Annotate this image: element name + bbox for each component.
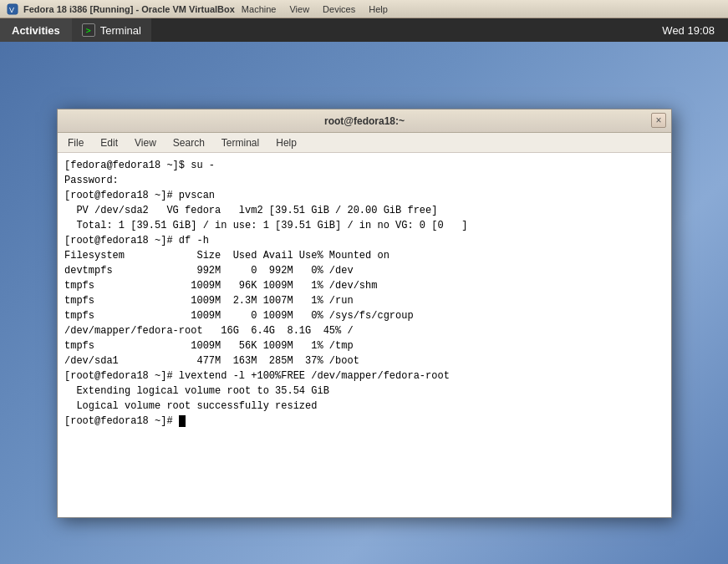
terminal-menu-terminal[interactable]: Terminal [215, 135, 266, 150]
vbox-icon: V [7, 3, 18, 15]
terminal-window: root@fedora18:~ × File Edit View Search … [57, 109, 672, 518]
vbox-menu-view[interactable]: View [289, 4, 309, 14]
terminal-tab-label: Terminal [100, 24, 141, 37]
terminal-taskbar-item[interactable]: Terminal [72, 18, 151, 42]
terminal-output: [fedora@fedora18 ~]$ su - Password: [roo… [64, 158, 664, 429]
terminal-icon [82, 23, 95, 37]
vbox-title: Fedora 18 i386 [Running] - Oracle VM Vir… [23, 4, 235, 14]
svg-text:V: V [9, 6, 14, 14]
terminal-titlebar: root@fedora18:~ × [58, 109, 671, 133]
desktop: V Fedora 18 i386 [Running] - Oracle VM V… [0, 0, 728, 564]
vbox-menu-devices[interactable]: Devices [323, 4, 355, 14]
terminal-menu-view[interactable]: View [128, 135, 163, 150]
system-clock: Wed 19:08 [662, 24, 728, 37]
vbox-menu-help[interactable]: Help [369, 4, 388, 14]
terminal-cursor [179, 415, 186, 427]
terminal-menu-search[interactable]: Search [166, 135, 211, 150]
vbox-menu-machine[interactable]: Machine [242, 4, 277, 14]
terminal-content[interactable]: [fedora@fedora18 ~]$ su - Password: [roo… [58, 153, 671, 517]
close-button[interactable]: × [651, 113, 666, 128]
vbox-titlebar: V Fedora 18 i386 [Running] - Oracle VM V… [0, 0, 728, 18]
gnome-topbar: Activities Terminal Wed 19:08 [0, 18, 728, 42]
terminal-menu-edit[interactable]: Edit [94, 135, 125, 150]
terminal-menu-help[interactable]: Help [269, 135, 303, 150]
activities-button[interactable]: Activities [0, 18, 72, 42]
terminal-title: root@fedora18:~ [324, 115, 405, 127]
terminal-menu-file[interactable]: File [61, 135, 90, 150]
vbox-menu: Machine View Devices Help [242, 4, 388, 14]
terminal-menubar: File Edit View Search Terminal Help [58, 133, 671, 153]
